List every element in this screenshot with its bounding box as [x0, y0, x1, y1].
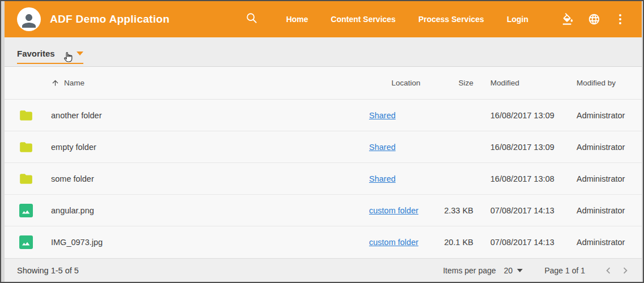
app-window: ADF Demo Application Home Content Servic…: [0, 0, 644, 283]
folder-icon: [19, 171, 51, 186]
modified-date: 16/08/2017 13:09: [490, 143, 577, 152]
modified-date: 16/08/2017 13:09: [490, 111, 577, 120]
table-row[interactable]: angular.png custom folder 2.33 KB 07/08/…: [5, 195, 642, 226]
column-header-modified[interactable]: Modified: [490, 79, 577, 87]
chevron-down-icon: [517, 269, 523, 272]
main-nav: Home Content Services Process Services L…: [275, 15, 540, 24]
file-name: IMG_0973.jpg: [51, 238, 369, 247]
document-list: Name Location Size Modified Modified by …: [5, 67, 642, 258]
modified-date: 07/08/2017 14:13: [490, 238, 577, 247]
table-row[interactable]: some folder Shared 16/08/2017 13:08 Admi…: [5, 163, 642, 195]
app-title: ADF Demo Application: [50, 13, 170, 25]
column-header-modified-by[interactable]: Modified by: [577, 79, 642, 87]
column-header-name[interactable]: Name: [51, 79, 369, 87]
language-globe-icon[interactable]: [587, 11, 601, 27]
table-row[interactable]: another folder Shared 16/08/2017 13:09 A…: [5, 100, 642, 131]
location-link[interactable]: custom folder: [369, 238, 418, 247]
app-header: ADF Demo Application Home Content Servic…: [5, 1, 642, 37]
modified-by: Administrator: [577, 143, 642, 152]
modified-by: Administrator: [577, 206, 642, 215]
file-name: angular.png: [51, 206, 369, 215]
file-size: 2.33 KB: [443, 206, 490, 215]
image-icon: [19, 203, 51, 218]
items-per-page-select[interactable]: 20: [504, 266, 523, 275]
location-link[interactable]: Shared: [369, 143, 396, 152]
modified-date: 07/08/2017 14:13: [490, 206, 577, 215]
view-selector-bar: Favorites: [5, 37, 642, 67]
previous-page-button[interactable]: [600, 262, 617, 279]
modified-by: Administrator: [577, 174, 642, 183]
table-header-row: Name Location Size Modified Modified by: [5, 67, 642, 100]
location-link[interactable]: custom folder: [369, 206, 418, 215]
modified-by: Administrator: [577, 238, 642, 247]
table-row[interactable]: IMG_0973.jpg custom folder 20.1 KB 07/08…: [5, 226, 642, 258]
nav-item-home[interactable]: Home: [275, 15, 320, 24]
nav-item-process-services[interactable]: Process Services: [407, 15, 495, 24]
sort-ascending-icon: [51, 79, 60, 87]
view-selector-dropdown[interactable]: Favorites: [17, 49, 83, 64]
column-header-size[interactable]: Size: [443, 79, 490, 87]
page-indicator: Page 1 of 1: [544, 266, 585, 275]
nav-item-login[interactable]: Login: [495, 15, 540, 24]
file-name: another folder: [51, 111, 369, 120]
person-icon: [19, 11, 39, 31]
table-row[interactable]: empty folder Shared 16/08/2017 13:09 Adm…: [5, 131, 642, 163]
page: ADF Demo Application Home Content Servic…: [5, 1, 642, 282]
file-name: some folder: [51, 174, 369, 183]
chevron-left-icon: [602, 264, 615, 277]
folder-icon: [19, 140, 51, 155]
search-icon[interactable]: [245, 12, 260, 27]
chevron-right-icon: [619, 264, 632, 277]
kebab-menu-icon[interactable]: [613, 11, 627, 27]
format-color-fill-icon[interactable]: [561, 11, 575, 27]
current-view-label: Favorites: [17, 49, 55, 58]
items-per-page-label: Items per page: [443, 266, 495, 275]
avatar[interactable]: [17, 7, 41, 31]
pagination-bar: Showing 1-5 of 5 Items per page 20 Page …: [5, 258, 642, 282]
nav-item-content-services[interactable]: Content Services: [320, 15, 407, 24]
next-page-button[interactable]: [617, 262, 634, 279]
showing-range-label: Showing 1-5 of 5: [17, 266, 79, 275]
image-icon: [19, 235, 51, 250]
location-link[interactable]: Shared: [369, 111, 396, 120]
folder-icon: [19, 108, 51, 123]
chevron-down-icon: [77, 52, 83, 55]
file-name: empty folder: [51, 143, 369, 152]
modified-date: 16/08/2017 13:08: [490, 174, 577, 183]
items-per-page-value: 20: [504, 266, 513, 275]
header-actions: [549, 11, 627, 27]
location-link[interactable]: Shared: [369, 174, 396, 183]
modified-by: Administrator: [577, 111, 642, 120]
column-header-location[interactable]: Location: [369, 79, 443, 87]
file-size: 20.1 KB: [443, 238, 490, 247]
